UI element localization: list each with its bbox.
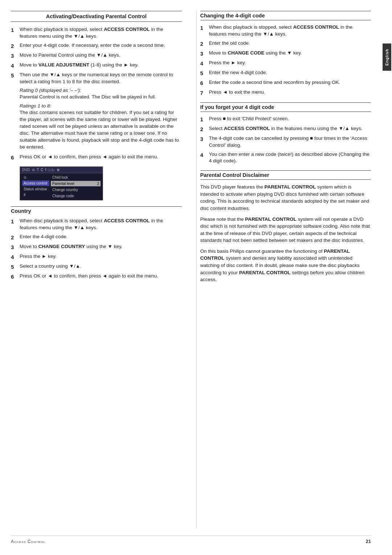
- disclaimer-para3: On this basis Philips cannot guarantee t…: [200, 248, 371, 283]
- changing-code-steps: 1 When disc playback is stopped, select …: [200, 24, 371, 97]
- step-item: 3 The 4-digit code can be cancelled by p…: [200, 135, 371, 149]
- step-number: 5: [11, 72, 17, 85]
- step-content: Press OK or ◄ to confirm, then press ◄ a…: [20, 154, 182, 161]
- step-number: 4: [11, 62, 17, 69]
- page-container: Activating/Deactivating Parental Control…: [0, 0, 392, 555]
- step-item: 4 Press the ► key.: [11, 253, 182, 261]
- step-content: Move to Parental Control using the ▼/▲ k…: [20, 52, 182, 60]
- country-title: Country: [11, 206, 182, 214]
- step-content: Then use the ▼/▲ keys or the numerical k…: [20, 72, 182, 85]
- dvd-icon: ▷: [52, 168, 55, 172]
- step-content: Select ACCESS CONTROL in the features me…: [209, 125, 371, 133]
- step-number: 1: [200, 24, 206, 38]
- dvd-screenshot: DVD ⊙ T C f □ ▷ ⊕: [20, 166, 103, 200]
- forget-code-steps: 1 Press ■ to exit 'Child Protect' screen…: [200, 116, 371, 165]
- step-number: 7: [200, 89, 206, 97]
- dvd-menu-icon: #: [22, 192, 49, 198]
- step-number: 2: [200, 40, 206, 48]
- dvd-submenu-code: Change code: [51, 193, 101, 199]
- page-footer: Access Control 21: [11, 535, 371, 544]
- step-item: 3 Move to CHANGE COUNTRY using the ▼ key…: [11, 243, 182, 251]
- subnote-title: Ratings 1 to 8:: [20, 103, 182, 109]
- subnote-title: Rating 0 (displayed as '– –'):: [20, 88, 182, 93]
- country-steps: 1 When disc playback is stopped, select …: [11, 218, 182, 280]
- english-tab-label: English: [383, 44, 391, 71]
- step-content: Move to CHANGE COUNTRY using the ▼ key.: [20, 243, 182, 251]
- step-content: Move to CHANGE CODE using the ▼ key.: [209, 50, 371, 57]
- step-item: 3 Move to CHANGE CODE using the ▼ key.: [200, 50, 371, 57]
- step-content: Enter the new 4-digit code.: [209, 69, 371, 77]
- step-content: Enter your 4-digit code. If necessary, e…: [20, 42, 182, 50]
- step-number: 4: [11, 253, 17, 261]
- step-content: Enter the 4-digit code.: [20, 234, 182, 241]
- step-item: 6 Enter the code a second time and recon…: [200, 79, 371, 87]
- step-number: 2: [11, 234, 17, 241]
- subnote-body: The disc contains scenes not suitable fo…: [20, 109, 182, 150]
- activating-steps-cont: 6 Press OK or ◄ to confirm, then press ◄…: [11, 154, 182, 161]
- subnote-ratings1to8: Ratings 1 to 8: The disc contains scenes…: [20, 103, 182, 150]
- disclaimer-para2: Please note that the PARENTAL CONTROL sy…: [200, 216, 371, 244]
- dvd-icon: C: [41, 168, 43, 172]
- dvd-right-menu: Child lock Parental level 2 Change count…: [51, 175, 101, 199]
- step-content: Press the ► key.: [209, 60, 371, 67]
- step-item: 7 Press ◄ to exit the menu.: [200, 89, 371, 97]
- step-item: 2 Enter your 4-digit code. If necessary,…: [11, 42, 182, 50]
- step-item: 5 Select a country using ▼/▲.: [11, 263, 182, 271]
- activating-steps: 1 When disc playback is stopped, select …: [11, 26, 182, 85]
- left-column: Activating/Deactivating Parental Control…: [11, 11, 185, 528]
- footer-page-number: 21: [366, 539, 371, 544]
- disclaimer-para1: This DVD player features the PARENTAL CO…: [200, 183, 371, 212]
- section-forget-code: If you forget your 4 digit code 1 Press …: [200, 102, 371, 165]
- step-item: 4 Press the ► key.: [200, 60, 371, 67]
- step-number: 5: [200, 69, 206, 77]
- step-item: 2 Enter the 4-digit code.: [11, 234, 182, 241]
- step-content: Enter the old code.: [209, 40, 371, 48]
- step-number: 1: [200, 116, 206, 123]
- dvd-icon: □: [48, 168, 50, 172]
- dvd-parental-label: Parental level: [52, 182, 74, 186]
- dvd-menu-access: Access control: [22, 181, 49, 186]
- step-item: 1 When disc playback is stopped, select …: [11, 218, 182, 231]
- step-content: When disc playback is stopped, select AC…: [20, 218, 182, 231]
- step-content: Enter the code a second time and reconfi…: [209, 79, 371, 87]
- step-item: 3 Move to Parental Control using the ▼/▲…: [11, 52, 182, 60]
- subnote-rating0: Rating 0 (displayed as '– –'): Parental …: [20, 88, 182, 101]
- step-content: Press ◄ to exit the menu.: [209, 89, 371, 97]
- section-activating: Activating/Deactivating Parental Control…: [11, 11, 182, 161]
- dvd-icon-row: ⊙: [22, 175, 49, 180]
- step-number: 5: [11, 263, 17, 271]
- step-item: 4 You can then enter a new code (twice!)…: [200, 151, 371, 165]
- two-col-layout: Activating/Deactivating Parental Control…: [11, 11, 371, 528]
- step-number: 3: [11, 243, 17, 251]
- section-country: Country 1 When disc playback is stopped,…: [11, 206, 182, 280]
- dvd-parental-badge: 2: [97, 182, 99, 186]
- step-number: 6: [11, 154, 17, 161]
- main-content: Activating/Deactivating Parental Control…: [0, 0, 382, 555]
- section-changing-code: Changing the 4-digit code 1 When disc pl…: [200, 11, 371, 97]
- dvd-body: ⊙ Access control Status window # Child l…: [20, 173, 103, 200]
- footer-title: Access Control: [11, 539, 45, 544]
- subnote-body: Parental Control is not activated. The D…: [20, 94, 182, 101]
- step-content: You can then enter a new code (twice!) a…: [209, 151, 371, 165]
- step-content: When disc playback is stopped, select AC…: [20, 26, 182, 40]
- step-item: 1 Press ■ to exit 'Child Protect' screen…: [200, 116, 371, 123]
- step-item: 1 When disc playback is stopped, select …: [200, 24, 371, 38]
- dvd-menu-status: Status window: [22, 186, 49, 192]
- step-number: 4: [200, 60, 206, 67]
- step-item: 6 Press OK or ◄ to confirm, then press ◄…: [11, 273, 182, 280]
- step-content: Select a country using ▼/▲.: [20, 263, 182, 271]
- step-item: 1 When disc playback is stopped, select …: [11, 26, 182, 40]
- step-number: 2: [200, 125, 206, 133]
- step-item: 6 Press OK or ◄ to confirm, then press ◄…: [11, 154, 182, 161]
- dvd-topbar: DVD ⊙ T C f □ ▷ ⊕: [20, 167, 103, 173]
- side-tab: English: [382, 0, 392, 555]
- step-content: Press OK or ◄ to confirm, then press ◄ a…: [20, 273, 182, 280]
- step-number: 3: [200, 135, 206, 149]
- step-number: 6: [200, 79, 206, 87]
- step-content: Press ■ to exit 'Child Protect' screen.: [209, 116, 371, 123]
- step-content: The 4-digit code can be cancelled by pre…: [209, 135, 371, 149]
- right-column: Changing the 4-digit code 1 When disc pl…: [196, 11, 371, 528]
- dvd-icon: T: [37, 168, 39, 172]
- step-content: When disc playback is stopped, select AC…: [209, 24, 371, 38]
- step-number: 2: [11, 42, 17, 50]
